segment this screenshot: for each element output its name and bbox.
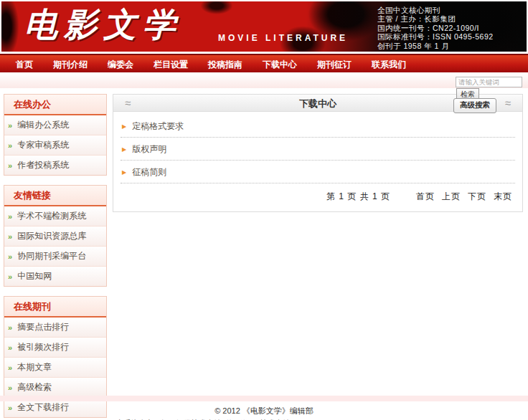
banner-info: 全国中文核心期刊主管 / 主办：长影集团国内统一刊号：CN22-1090/I国际… — [377, 6, 519, 50]
double-chevron-icon: » — [8, 323, 12, 332]
sidebar-item[interactable]: »学术不端检测系统 — [4, 206, 106, 226]
sidebar-item-label: 摘要点击排行 — [17, 321, 69, 333]
triangle-bullet-icon: ▶ — [122, 146, 126, 153]
sidebar-item[interactable]: »协同期刊采编平台 — [4, 247, 106, 267]
sidebar-item[interactable]: »作者投稿系统 — [4, 156, 106, 175]
triangle-bullet-icon: ▶ — [122, 169, 126, 176]
double-chevron-icon: » — [8, 232, 12, 241]
footer: © 2012 《电影文学》编辑部 本系统由中国知网提供技术支持 使用说明 技术支… — [0, 396, 528, 420]
double-chevron-icon: » — [8, 252, 12, 261]
sidebar-item[interactable]: »中国知网 — [4, 267, 106, 286]
sidebar-item-label: 本期文章 — [17, 361, 52, 373]
search-input[interactable] — [456, 77, 522, 87]
banner-info-line: 国际标准刊号：ISSN 0495-5692 — [377, 32, 519, 41]
double-chevron-icon: » — [8, 343, 12, 352]
banner-info-line: 主管 / 主办：长影集团 — [377, 14, 519, 23]
sidebar-item-label: 作者投稿系统 — [17, 159, 69, 171]
pagination-link-3[interactable]: 下页 — [468, 191, 486, 201]
double-chevron-icon: » — [8, 161, 12, 170]
banner-info-line: 国内统一刊号：CN22-1090/I — [377, 24, 519, 32]
download-item[interactable]: ▶版权声明 — [121, 138, 515, 161]
journal-logo: 电影文学 — [24, 3, 182, 47]
sidebar-item-label: 被引频次排行 — [17, 341, 69, 353]
sidebar-item[interactable]: »专家审稿系统 — [4, 135, 106, 156]
sidebar-item[interactable]: »被引频次排行 — [4, 338, 106, 358]
double-chevron-icon: » — [8, 363, 12, 372]
download-item[interactable]: ▶定稿格式要求 — [121, 115, 515, 138]
double-chevron-icon: » — [8, 141, 12, 150]
sidebar-item-label: 高级检索 — [17, 381, 52, 393]
sidebar-item[interactable]: »本期文章 — [4, 358, 106, 378]
nav-item-5[interactable]: 投稿指南 — [198, 55, 253, 72]
download-item[interactable]: ▶征稿简则 — [121, 161, 515, 183]
pagination-links: 首页上页下页末页 — [409, 191, 512, 201]
nav-item-8[interactable]: 联系我们 — [362, 55, 416, 72]
pagination-link-4[interactable]: 末页 — [494, 191, 512, 201]
banner-info-line: 创刊于 1958 年 1 月 — [377, 42, 519, 50]
pagination-link-2[interactable]: 上页 — [442, 191, 461, 201]
sidebar-item-label: 编辑办公系统 — [17, 119, 69, 131]
wave-icon: ≈ — [505, 97, 511, 109]
advanced-search-button[interactable]: 高级搜索 — [453, 98, 496, 113]
sidebar-item-label: 专家审稿系统 — [17, 139, 69, 151]
download-item-label: 版权声明 — [132, 143, 166, 156]
download-list: ▶定稿格式要求▶版权声明▶征稿简则 — [113, 112, 522, 183]
double-chevron-icon: » — [8, 272, 12, 281]
nav-item-6[interactable]: 下载中心 — [253, 55, 307, 72]
sidebar-item[interactable]: »摘要点击排行 — [4, 318, 106, 338]
sidebar-item-label: 国际知识资源总库 — [17, 230, 86, 242]
nav-item-4[interactable]: 栏目设置 — [143, 55, 198, 72]
footer-band — [0, 396, 528, 401]
sidebar-section-title: 在线办公 — [4, 95, 106, 115]
nav-item-2[interactable]: 期刊介绍 — [43, 55, 98, 72]
copyright-text: © 2012 《电影文学》编辑部 — [0, 401, 528, 416]
sidebar: 在线办公»编辑办公系统»专家审稿系统»作者投稿系统友情链接»学术不端检测系统»国… — [4, 94, 107, 420]
double-chevron-icon: » — [8, 383, 12, 392]
sidebar-section-2: 友情链接»学术不端检测系统»国际知识资源总库»协同期刊采编平台»中国知网 — [4, 185, 107, 287]
sidebar-item[interactable]: »高级检索 — [4, 378, 106, 398]
pagination-status: 第 1 页 共 1 页 — [326, 191, 390, 201]
nav-item-7[interactable]: 期刊征订 — [307, 55, 362, 72]
content-area: 在线办公»编辑办公系统»专家审稿系统»作者投稿系统友情链接»学术不端检测系统»国… — [4, 94, 523, 420]
sidebar-section-1: 在线办公»编辑办公系统»专家审稿系统»作者投稿系统 — [4, 94, 107, 176]
sidebar-item-label: 中国知网 — [17, 270, 52, 282]
journal-logo-en: MOVIE LITERATURE — [218, 33, 348, 43]
sidebar-item[interactable]: »编辑办公系统 — [4, 115, 106, 135]
sidebar-item-label: 协同期刊采编平台 — [17, 250, 86, 262]
pagination-link-1[interactable]: 首页 — [416, 191, 435, 201]
banner-info-line: 全国中文核心期刊 — [377, 6, 519, 14]
banner: 电影文学 MOVIE LITERATURE 全国中文核心期刊主管 / 主办：长影… — [1, 1, 527, 52]
main-nav: 首页期刊介绍编委会栏目设置投稿指南下载中心期刊征订联系我们 — [0, 54, 528, 72]
triangle-bullet-icon: ▶ — [122, 123, 126, 130]
sidebar-section-title: 在线期刊 — [4, 297, 106, 318]
sidebar-section-title: 友情链接 — [4, 186, 106, 206]
nav-item-3[interactable]: 编委会 — [98, 55, 143, 72]
sidebar-item-label: 学术不端检测系统 — [17, 210, 86, 222]
double-chevron-icon: » — [8, 212, 12, 221]
pagination: 第 1 页 共 1 页首页上页下页末页 — [113, 183, 522, 211]
support-line: 本系统由中国知网提供技术支持 使用说明 技术支持： cb@cnki.net ht… — [0, 416, 528, 420]
download-item-label: 征稿简则 — [132, 166, 166, 178]
download-item-label: 定稿格式要求 — [132, 120, 184, 133]
sidebar-item[interactable]: »国际知识资源总库 — [4, 226, 106, 247]
nav-item-1[interactable]: 首页 — [6, 55, 43, 72]
search-strip — [0, 72, 528, 88]
double-chevron-icon: » — [8, 121, 12, 130]
